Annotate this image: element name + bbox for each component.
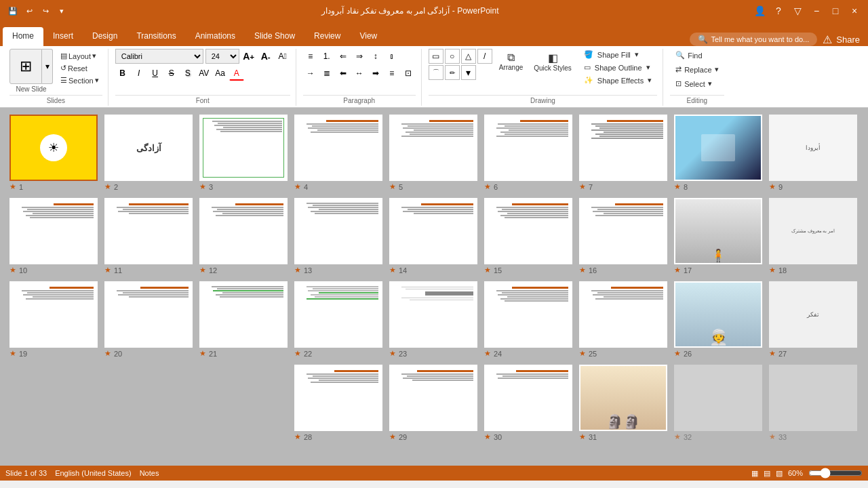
align-left-button[interactable]: ⬅	[336, 66, 351, 81]
slide-thumb-11[interactable]	[104, 198, 193, 264]
share-button[interactable]: Share	[836, 35, 860, 45]
slide-thumb-28[interactable]	[294, 365, 382, 431]
font-color-button[interactable]: A	[229, 66, 244, 81]
shape-curve-button[interactable]: ⌒	[429, 65, 443, 80]
slide-thumb-10[interactable]	[9, 198, 98, 264]
font-size-select[interactable]: 24	[205, 49, 239, 64]
slide-thumb-29[interactable]	[389, 365, 477, 431]
change-case-button[interactable]: Aa	[213, 66, 228, 81]
numbering-button[interactable]: 1.	[319, 49, 334, 64]
slide-thumb-13[interactable]	[294, 198, 382, 264]
slide-thumb-21[interactable]	[199, 281, 288, 348]
slide-thumb-16[interactable]	[579, 198, 667, 264]
slide-thumb-24[interactable]	[484, 281, 572, 348]
slide-item-26[interactable]: 👳 ★ 26	[674, 281, 762, 358]
slide-thumb-20[interactable]	[104, 281, 193, 348]
layout-button[interactable]: ▤ Layout ▾	[57, 50, 102, 62]
slide-item-13[interactable]: ★ 13	[294, 198, 382, 274]
slide-item-12[interactable]: ★ 12	[199, 198, 288, 274]
slide-thumb-31[interactable]: 🗿🗿	[579, 365, 667, 431]
slide-thumb-3[interactable]	[199, 115, 288, 181]
slide-thumb-27[interactable]: تفکر	[769, 281, 857, 348]
bold-button[interactable]: B	[115, 66, 130, 81]
increase-indent-button[interactable]: ⇒	[352, 49, 367, 64]
slide-item-5[interactable]: ★ 5	[389, 115, 477, 191]
reset-button[interactable]: ↺ Reset	[57, 62, 102, 74]
slide-item-18[interactable]: امر به معروف مشترک ★ 18	[769, 198, 857, 274]
view-slide-sorter-icon[interactable]: ▤	[764, 469, 770, 478]
slide-thumb-9[interactable]: أیرودا	[769, 115, 857, 181]
slide-item-30[interactable]: ★ 30	[484, 365, 572, 441]
slide-item-17[interactable]: 🧍 ★ 17	[674, 198, 762, 274]
font-shrink-button[interactable]: A-	[258, 49, 273, 64]
select-button[interactable]: ⊡ Select ▾	[670, 77, 717, 90]
char-spacing-button[interactable]: AV	[197, 66, 212, 81]
close-button[interactable]: ×	[846, 3, 863, 19]
slide-item-23[interactable]: ★ 23	[389, 281, 477, 358]
slide-item-6[interactable]: ★ 6	[484, 115, 572, 191]
italic-button[interactable]: I	[132, 66, 146, 81]
strikethrough-button[interactable]: S	[164, 66, 179, 81]
tab-transitions[interactable]: Transitions	[127, 27, 185, 46]
slide-thumb-22[interactable]	[294, 281, 382, 348]
replace-button[interactable]: ⇄ Replace ▾	[670, 63, 724, 76]
slide-thumb-26[interactable]: 👳	[674, 281, 762, 348]
align-right-button[interactable]: ➡	[368, 66, 383, 81]
shape-line-button[interactable]: /	[477, 49, 492, 64]
slide-item-15[interactable]: ★ 15	[484, 198, 572, 274]
bullets-button[interactable]: ≡	[303, 49, 318, 64]
warning-icon[interactable]: ⚠	[823, 33, 832, 46]
zoom-slider[interactable]	[808, 468, 863, 479]
slide-thumb-19[interactable]	[9, 281, 98, 348]
slide-item-10[interactable]: ★ 10	[9, 198, 98, 274]
font-name-select[interactable]: Calibri	[115, 49, 203, 64]
redo-qa-button[interactable]: ↪	[38, 3, 53, 18]
section-button[interactable]: ☰ Section ▾	[57, 75, 102, 86]
minimize-button[interactable]: −	[808, 3, 825, 19]
slide-item-28[interactable]: ★ 28	[294, 365, 382, 441]
slide-item-27[interactable]: تفکر ★ 27	[769, 281, 857, 358]
shapes-expand-button[interactable]: ▾	[461, 65, 476, 80]
justify-button[interactable]: ≡	[384, 66, 399, 81]
tab-slideshow[interactable]: Slide Show	[245, 27, 304, 46]
align-text-button[interactable]: ≣	[319, 66, 334, 81]
slide-thumb-23[interactable]	[389, 281, 477, 348]
slide-item-31[interactable]: 🗿🗿 ★ 31	[579, 365, 667, 441]
undo-qa-button[interactable]: ↩	[22, 3, 37, 18]
tab-review[interactable]: Review	[304, 27, 350, 46]
find-button[interactable]: 🔍 Find	[670, 49, 707, 62]
slide-item-16[interactable]: ★ 16	[579, 198, 667, 274]
help-button[interactable]: ?	[770, 3, 787, 19]
slide-thumb-1[interactable]: ☀	[9, 115, 98, 181]
slide-item-21[interactable]: ★ 21	[199, 281, 288, 358]
slide-item-9[interactable]: أیرودا ★ 9	[769, 115, 857, 191]
text-direction-button[interactable]: →	[303, 66, 318, 81]
tab-view[interactable]: View	[350, 27, 387, 46]
slide-item-7[interactable]: ★ 7	[579, 115, 667, 191]
notes-button[interactable]: Notes	[140, 469, 159, 477]
view-normal-icon[interactable]: ▦	[751, 469, 758, 478]
slide-item-14[interactable]: ★ 14	[389, 198, 477, 274]
arrange-button[interactable]: ⧉ Arrange	[495, 49, 528, 74]
decrease-indent-button[interactable]: ⇐	[336, 49, 351, 64]
slide-item-33-partial[interactable]: ★ 33	[769, 365, 857, 441]
slide-thumb-5[interactable]	[389, 115, 477, 181]
align-center-button[interactable]: ↔	[352, 66, 367, 81]
slide-thumb-14[interactable]	[389, 198, 477, 264]
tab-animations[interactable]: Animations	[186, 27, 245, 46]
paragraph-settings-icon[interactable]: ⊡	[401, 66, 416, 81]
shadow-button[interactable]: S	[180, 66, 195, 81]
save-qa-button[interactable]: 💾	[5, 3, 20, 18]
font-grow-button[interactable]: A+	[241, 49, 256, 64]
slide-thumb-15[interactable]	[484, 198, 572, 264]
shape-oval-button[interactable]: ○	[445, 49, 460, 64]
slide-item-19[interactable]: ★ 19	[9, 281, 98, 358]
slide-thumb-8[interactable]	[674, 115, 762, 181]
tab-design[interactable]: Design	[83, 27, 127, 46]
slide-item-24[interactable]: ★ 24	[484, 281, 572, 358]
slide-item-20[interactable]: ★ 20	[104, 281, 193, 358]
slide-item-8[interactable]: ★ 8	[674, 115, 762, 191]
slide-item-25[interactable]: ★ 25	[579, 281, 667, 358]
line-spacing-button[interactable]: ↕	[368, 49, 383, 64]
new-slide-button[interactable]: ⊞	[9, 49, 42, 84]
